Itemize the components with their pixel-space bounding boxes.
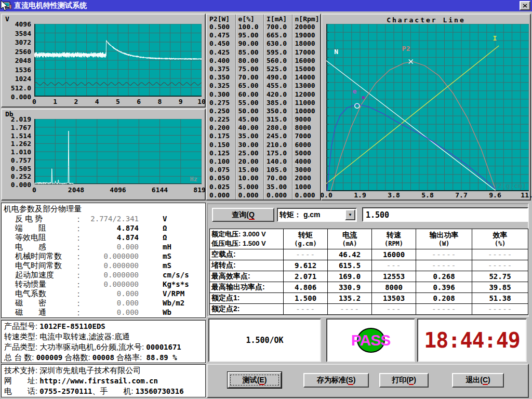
table-cell-value: ---- [284, 304, 328, 315]
close-icon [523, 4, 527, 8]
y-axis-tick-label: 2048 [3, 57, 31, 64]
table-cell-value: 13503 [372, 293, 416, 304]
axis-value: 280.0 [267, 124, 292, 131]
y-axis-tick-label: 4096 [3, 20, 31, 28]
parameter-row: 反 电 势:2.774/2.341V [2, 214, 205, 223]
axis-value: 595.0 [267, 48, 292, 56]
x-axis-tick-label: 6144 [152, 186, 168, 194]
dropdown-selected-value: 转矩： g.cm [278, 210, 345, 220]
x-axis-tick-label: 5 [116, 98, 120, 105]
chevron-down-icon[interactable]: ▼ [345, 209, 355, 220]
axis-value: 0.475 [209, 31, 235, 38]
parameter-unit: Ω [163, 233, 167, 242]
axis-value: 245.0 [267, 132, 292, 139]
x-axis-tick-label: 9.6 [489, 191, 501, 199]
axis-column-values: 0.5000.4750.4500.4250.4000.3750.3500.325… [209, 23, 235, 198]
parameter-unit: V/RPM [163, 289, 184, 298]
axis-column-n[Rpm]: n[Rpm]2000019000180001700016000150001400… [292, 15, 321, 200]
table-cell-value: --- [372, 304, 416, 315]
print-button[interactable]: 打印(P) [379, 373, 429, 388]
y-axis-tick-label: 0.252 [3, 172, 31, 180]
table-cell-value: --- [372, 260, 416, 271]
x-axis-tick-label: 9 [179, 98, 183, 105]
axis-value: 95.00 [238, 31, 264, 38]
y-axis-tick-label: 0.505 [3, 165, 31, 172]
table-row-label: 空载点: [210, 249, 284, 260]
parameter-label: 磁 密 [15, 298, 77, 308]
parameter-label: 电气系数 [15, 289, 77, 299]
axis-value: 0.450 [209, 39, 235, 47]
info-text: 电 话: [4, 387, 39, 395]
support-info-line: 技术支持: 深圳市先航电子技术有限公司 [2, 365, 205, 376]
table-column-header: 电流(mA) [328, 229, 372, 249]
table-cell-value: 52.75 [472, 271, 528, 282]
axis-column-header: n[Rpm] [295, 15, 321, 23]
table-row: 最高效率点:2.071169.0125530.26852.75 [210, 271, 528, 282]
info-text: 产品型号: [4, 322, 39, 330]
svg-text:N: N [334, 48, 338, 56]
parameter-label: 反 电 势 [15, 214, 77, 224]
table-cell-value: 330.9 [328, 282, 372, 293]
torque-unit-dropdown[interactable]: 转矩： g.cm ▼ [277, 208, 357, 222]
axis-value: 100.0 [238, 23, 264, 30]
support-info-line: 电 话: 0755-2570111、手 机: 13560730316 [2, 386, 205, 396]
info-text: 网 址: [4, 376, 39, 385]
axis-column-values: 2000019000180001700016000150001400013000… [295, 23, 321, 198]
y-axis-tick-label: 1.767 [3, 124, 31, 131]
info-value: 13560730316 [136, 387, 184, 395]
y-axis-tick-label: 1536 [3, 66, 31, 74]
axis-value: 65.00 [238, 82, 264, 89]
parameter-value: 0.000 [85, 243, 139, 251]
table-column-header: 转矩(g.cm) [284, 229, 328, 249]
table-row: 额定点2:--------------------- [210, 304, 528, 315]
x-axis-tick-label: 4096 [110, 186, 126, 194]
axis-value: 175.0 [267, 149, 292, 156]
parameter-colon: : [77, 289, 85, 298]
parameter-value: 0.000000 [85, 280, 139, 288]
motor-parameters-panel: 机电参数及部分物理量 反 电 势:2.774/2.341V端 阻:4.874Ω等… [1, 203, 206, 318]
axis-value: 0.125 [209, 149, 235, 156]
axis-value: 75.00 [238, 65, 264, 72]
exit-button[interactable]: 退出(C) [452, 373, 504, 388]
table-cell-value: 0.268 [416, 271, 472, 282]
test-button[interactable]: 测试(E) [228, 372, 282, 388]
query-button[interactable]: 查询(Q [212, 208, 274, 222]
parameter-value: 2.774/2.341 [85, 215, 139, 223]
parameter-row: 电气系数:0.000V/RPM [2, 289, 205, 298]
parameter-colon: : [77, 252, 85, 261]
axis-value: 0.300 [209, 90, 235, 98]
axis-value: 0.250 [209, 107, 235, 114]
tech-support-panel: 技术支持: 深圳市先航电子技术有限公司网 址: http://www.first… [1, 364, 206, 397]
parameter-unit: Ω [163, 224, 167, 232]
axis-column-e[%]: e[%]100.095.0090.0085.0080.0075.0070.006… [235, 15, 264, 200]
axis-value: 0.350 [209, 73, 235, 81]
parameter-row: 电气时间常数:0.000000mS [2, 261, 205, 270]
table-cell-value: 8000 [372, 282, 416, 293]
axis-column-I[mA]: I[mA]700.0665.0630.0595.0560.0525.0490.0… [263, 15, 292, 200]
query-value-input[interactable] [362, 207, 528, 222]
svg-text:Hz: Hz [190, 176, 197, 183]
table-cell-value: 46.42 [328, 249, 372, 260]
info-text: 合格率: [114, 353, 147, 362]
axis-value: 0.000 [238, 191, 264, 198]
axis-value: 0.200 [209, 124, 235, 131]
save-standard-button[interactable]: 存为标准(S) [303, 373, 369, 388]
info-text: 产品类型: 大功率驱动电机,6分频,流水号: [4, 342, 146, 351]
svg-text:T2[g.cm]: T2[g.cm] [494, 182, 526, 190]
oscilloscope-panel: V 4096358430722560204815361024512.00.000… [1, 14, 206, 108]
y-axis-tick-label: 1.010 [3, 148, 31, 156]
parameter-row: 起动加速度:0.000000cm/s/s [2, 270, 205, 280]
y-axis-tick-label: 3584 [3, 30, 31, 37]
close-button[interactable] [520, 1, 530, 10]
parameter-label: 端 阻 [15, 223, 77, 233]
parameter-colon: : [77, 308, 85, 317]
parameter-colon: : [77, 299, 85, 308]
axis-value: 2000 [295, 174, 321, 181]
parameter-row: 等效电阻:4.874Ω [2, 233, 205, 242]
character-chart-title: Character Line [322, 16, 530, 24]
axis-value: 20000 [295, 23, 321, 30]
y-axis-tick-label: 512.0 [3, 84, 31, 92]
axis-value: 140.0 [267, 157, 292, 165]
axis-value: 13000 [295, 82, 321, 89]
parameter-row: 端 阻:4.874Ω [2, 223, 205, 233]
